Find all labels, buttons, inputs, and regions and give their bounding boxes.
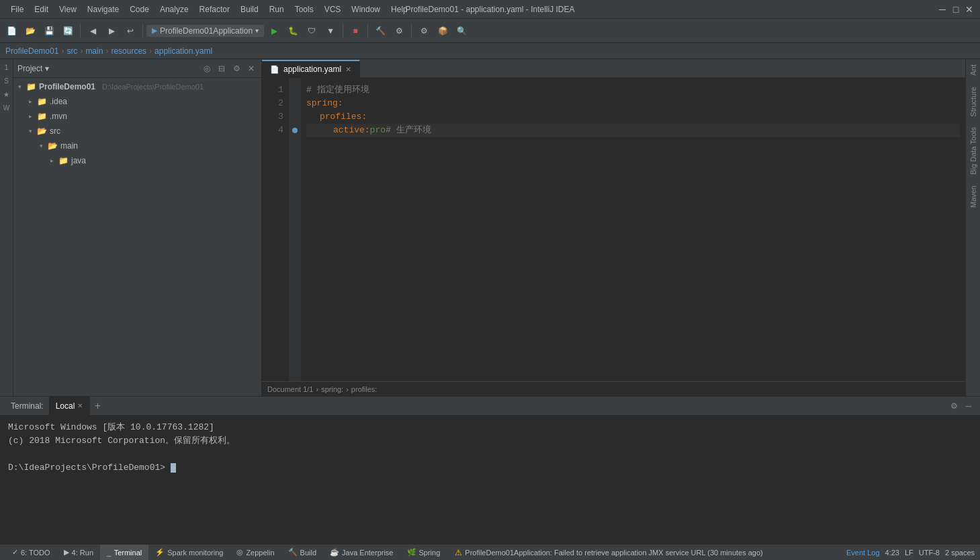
java-enterprise-icon: ☕ [330, 548, 339, 557]
tree-label-mvn: .mvn [50, 112, 67, 121]
run-config-selector[interactable]: ▶ ProfileDemo01Application ▾ [146, 25, 264, 37]
menu-tools[interactable]: Tools [289, 3, 319, 15]
menu-window[interactable]: Window [346, 3, 386, 15]
undo-button[interactable]: ↩ [122, 22, 139, 40]
sdk-button[interactable]: 📦 [434, 22, 451, 40]
spark-label: Spark monitoring [167, 549, 223, 557]
minimize-button[interactable]: ─ [937, 4, 948, 15]
build-button[interactable]: 🔨 [371, 22, 389, 40]
terminal-hide-button[interactable]: ─ [963, 400, 975, 412]
breadcrumb-main[interactable]: main [85, 46, 103, 56]
terminal-prompt: D:\IdeaProjects\ProfileDemo01> [8, 463, 165, 473]
run-config-dropdown-icon: ▾ [255, 27, 259, 34]
collapse-all-button[interactable]: ⊟ [216, 63, 228, 75]
terminal-tab-local[interactable]: Local ✕ [49, 397, 91, 415]
encoding[interactable]: UTF-8 [919, 549, 940, 557]
rebuild-button[interactable]: ⚙ [390, 22, 408, 40]
breadcrumb-file[interactable]: application.yaml [154, 46, 212, 56]
run-icon: ▶ [64, 548, 69, 557]
tree-item-root[interactable]: ▾ 📁 ProfileDemo01 D:\IdeaProjects\Profil… [13, 79, 261, 94]
breadcrumb-resources[interactable]: resources [111, 46, 146, 56]
terminal-add-tab-button[interactable]: + [90, 399, 105, 413]
debug-button[interactable]: 🐛 [284, 22, 302, 40]
status-tab-java-enterprise[interactable]: ☕ Java Enterprise [323, 545, 400, 561]
ant-panel-label[interactable]: Ant [968, 62, 979, 79]
status-tab-spring[interactable]: 🌿 Spring [400, 545, 447, 561]
menu-navigate[interactable]: Navigate [82, 3, 124, 15]
structure-tool-icon[interactable]: S [1, 75, 12, 86]
tree-item-src[interactable]: ▾ 📂 src [13, 124, 261, 138]
project-tool-icon[interactable]: 1 [1, 62, 12, 73]
main-area: 1 S ★ W Project ▾ ◎ ⊟ ⚙ ✕ ▾ 📁 ProfileDem… [0, 59, 980, 396]
status-tab-spark[interactable]: ⚡ Spark monitoring [148, 545, 230, 561]
open-button[interactable]: 📂 [21, 22, 39, 40]
menu-run[interactable]: Run [264, 3, 289, 15]
save-button[interactable]: 💾 [40, 22, 58, 40]
zeppelin-label: Zeppelin [246, 549, 274, 557]
menu-code[interactable]: Code [124, 3, 154, 15]
new-button[interactable]: 📄 [3, 22, 20, 40]
folder-icon-main: 📂 [47, 141, 58, 151]
line-num-3: 3 [278, 110, 283, 124]
terminal-settings-button[interactable]: ⚙ [948, 400, 960, 412]
forward-button[interactable]: ▶ [103, 22, 120, 40]
module-icon: 📁 [26, 81, 36, 92]
sync-button[interactable]: 🔄 [59, 22, 77, 40]
terminal-tab-local-close[interactable]: ✕ [77, 402, 83, 409]
code-editor[interactable]: # 指定使用环境 spring: profiles: active: pro #… [301, 78, 965, 381]
search-button[interactable]: 🔍 [453, 22, 470, 40]
breadcrumb-profiles: profiles: [351, 385, 377, 393]
code-key-profiles: profiles: [320, 110, 367, 124]
bigdata-panel-label[interactable]: Big Data Tools [968, 124, 979, 177]
status-tab-todo[interactable]: ✓ 6: TODO [5, 545, 57, 561]
line-ending[interactable]: LF [905, 549, 914, 557]
right-panel-strip: Ant Structure Big Data Tools Maven [965, 59, 980, 396]
menu-vcs[interactable]: VCS [319, 3, 347, 15]
menu-build[interactable]: Build [235, 3, 264, 15]
separator-1 [80, 24, 81, 38]
tab-application-yaml[interactable]: 📄 application.yaml ✕ [262, 60, 360, 77]
line-num-1: 1 [278, 83, 283, 97]
maximize-button[interactable]: □ [950, 4, 961, 15]
hide-panel-button[interactable]: ✕ [245, 63, 257, 75]
event-log-link[interactable]: Event Log [846, 549, 880, 557]
web-tool-icon[interactable]: W [1, 102, 12, 113]
locate-file-button[interactable]: ◎ [201, 63, 213, 75]
settings-button[interactable]: ⚙ [415, 22, 433, 40]
status-tab-zeppelin[interactable]: ◎ Zeppelin [230, 545, 281, 561]
tab-close-application-yaml[interactable]: ✕ [345, 65, 351, 74]
bottom-tabs-bar: Terminal: Local ✕ + ⚙ ─ [0, 397, 980, 415]
code-key-spring: spring: [306, 97, 343, 110]
status-tab-build[interactable]: 🔨 Build [281, 545, 323, 561]
tree-item-mvn[interactable]: ▸ 📁 .mvn [13, 109, 261, 124]
todo-icon: ✓ [12, 548, 18, 557]
close-button[interactable]: ✕ [964, 4, 975, 15]
project-dropdown-icon[interactable]: ▾ [45, 64, 49, 73]
menu-view[interactable]: View [54, 3, 82, 15]
menu-analyze[interactable]: Analyze [154, 3, 194, 15]
settings-panel-button[interactable]: ⚙ [230, 63, 242, 75]
gutter-area [289, 78, 301, 381]
favorites-tool-icon[interactable]: ★ [1, 89, 12, 99]
menu-file[interactable]: File [5, 3, 29, 15]
structure-panel-label[interactable]: Structure [968, 84, 979, 120]
breadcrumb-project[interactable]: ProfileDemo01 [5, 46, 58, 56]
tree-item-java[interactable]: ▸ 📁 java [13, 153, 261, 168]
menu-refactor[interactable]: Refactor [194, 3, 235, 15]
back-button[interactable]: ◀ [84, 22, 101, 40]
maven-panel-label[interactable]: Maven [968, 183, 979, 210]
status-tab-run[interactable]: ▶ 4: Run [57, 545, 100, 561]
indent-size[interactable]: 2 spaces [945, 549, 975, 557]
more-run-button[interactable]: ▼ [322, 22, 339, 40]
status-tab-terminal[interactable]: _ Terminal [100, 545, 148, 561]
tree-item-idea[interactable]: ▸ 📁 .idea [13, 94, 261, 109]
tree-item-main[interactable]: ▾ 📂 main [13, 138, 261, 153]
breadcrumb-src[interactable]: src [66, 46, 77, 56]
stop-button[interactable]: ■ [347, 22, 364, 40]
terminal-content[interactable]: Microsoft Windows [版本 10.0.17763.1282] (… [0, 415, 980, 544]
menu-edit[interactable]: Edit [29, 3, 54, 15]
run-button[interactable]: ▶ [265, 22, 283, 40]
toolbar: 📄 📂 💾 🔄 ◀ ▶ ↩ ▶ ProfileDemo01Application… [0, 19, 980, 43]
code-key-active: active: [333, 124, 370, 137]
coverage-button[interactable]: 🛡 [303, 22, 320, 40]
